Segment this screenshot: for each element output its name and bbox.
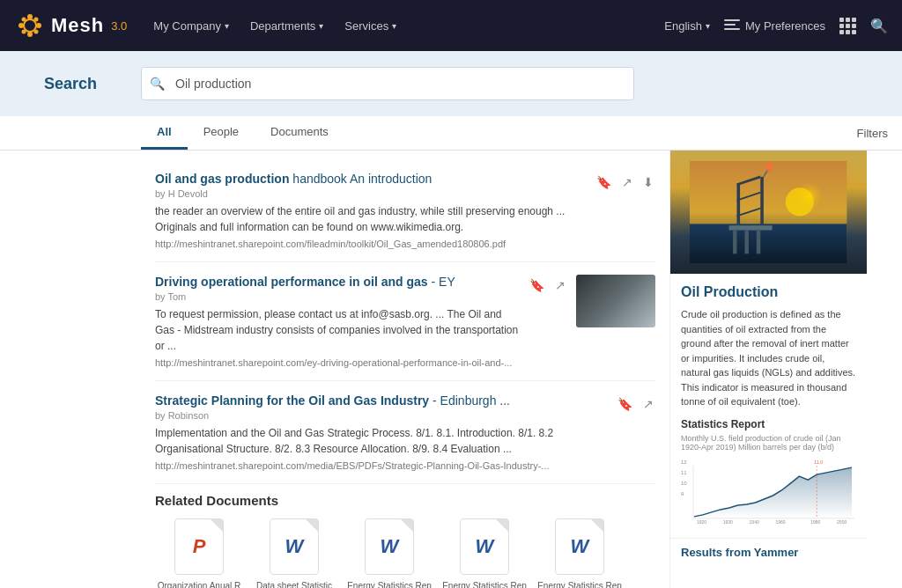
- svg-text:1960: 1960: [775, 519, 785, 524]
- document-icon: W: [270, 518, 319, 575]
- chart-area: 12 11 10 9 1920 1930 1940 1960 1980 2000: [681, 457, 856, 527]
- svg-point-23: [766, 163, 773, 173]
- logo[interactable]: Mesh 3.0: [14, 10, 127, 41]
- svg-rect-20: [745, 231, 749, 254]
- navbar-right: English ▾ My Preferences 🔍: [664, 18, 888, 34]
- svg-rect-19: [733, 231, 736, 254]
- filters-button[interactable]: Filters: [843, 118, 902, 149]
- nav-departments[interactable]: Departments ▾: [241, 14, 332, 38]
- yammer-section: Results from Yammer: [670, 538, 867, 566]
- result-author: by Robinson: [155, 410, 607, 421]
- svg-text:1930: 1930: [723, 519, 733, 524]
- document-name: Energy Statistics Report 2019.docx: [536, 580, 624, 588]
- grid-icon[interactable]: [839, 18, 856, 34]
- svg-text:12: 12: [681, 459, 687, 465]
- search-icon[interactable]: 🔍: [870, 18, 888, 34]
- left-spacer: [0, 151, 141, 588]
- document-name: Organization Anual Report...pptx: [155, 580, 243, 588]
- document-icon: W: [555, 518, 604, 575]
- logo-version: 3.0: [111, 19, 127, 33]
- navbar: Mesh 3.0 My Company ▾ Departments ▾ Serv…: [0, 0, 902, 51]
- result-actions: 🔖 ↗: [616, 393, 655, 413]
- search-input-wrap: 🔍: [141, 67, 634, 100]
- document-name: Data sheet Statistics....docx: [250, 580, 338, 588]
- oil-rig-svg: [690, 157, 847, 268]
- chevron-down-icon: ▾: [706, 21, 710, 31]
- logo-icon: [14, 10, 46, 41]
- chevron-down-icon: ▾: [225, 21, 229, 31]
- related-docs-list: P Organization Anual Report...pptx W Dat…: [155, 518, 655, 588]
- right-panel-title: Oil Production: [681, 284, 856, 300]
- svg-point-1: [27, 14, 33, 19]
- svg-point-2: [27, 32, 33, 37]
- right-panel: Oil Production Crude oil production is d…: [669, 151, 867, 588]
- search-section: Search 🔍: [0, 51, 902, 116]
- result-description: To request permission, please contact us…: [155, 306, 519, 354]
- result-title: Oil and gas production handbook An intro…: [155, 172, 586, 186]
- svg-rect-18: [729, 225, 773, 230]
- list-item[interactable]: W Energy Statistics Report 2019.docx: [345, 518, 433, 588]
- share-icon[interactable]: ↗: [553, 276, 567, 294]
- tab-documents[interactable]: Documents: [255, 116, 344, 150]
- nav-my-company[interactable]: My Company ▾: [144, 14, 238, 38]
- search-input-icon: 🔍: [150, 77, 165, 91]
- svg-point-5: [22, 18, 26, 22]
- table-row: Oil and gas production handbook An intro…: [155, 159, 655, 262]
- chevron-down-icon: ▾: [319, 21, 323, 31]
- right-panel-content: Oil Production Crude oil production is d…: [670, 274, 867, 538]
- result-link[interactable]: Strategic Planning for the Oil and Gas I…: [155, 393, 510, 408]
- result-actions: 🔖 ↗ ⬇: [595, 172, 655, 191]
- stats-subtitle: Monthly U.S. field production of crude o…: [681, 434, 856, 452]
- svg-point-6: [34, 18, 39, 22]
- result-content: Driving operational performance in oil a…: [155, 275, 519, 368]
- tabs-row: All People Documents Filters: [0, 116, 902, 151]
- chevron-down-icon: ▾: [392, 21, 396, 31]
- result-content: Oil and gas production handbook An intro…: [155, 172, 586, 249]
- svg-rect-21: [757, 231, 760, 254]
- svg-marker-34: [694, 467, 852, 518]
- result-link[interactable]: Oil and gas production handbook An intro…: [155, 172, 432, 186]
- document-icon: P: [174, 518, 224, 575]
- language-button[interactable]: English ▾: [664, 19, 710, 33]
- nav-links: My Company ▾ Departments ▾ Services ▾: [144, 14, 647, 38]
- stats-title: Statistics Report: [681, 418, 856, 430]
- list-item[interactable]: W Energy Statistics Report 2019.docx: [440, 518, 529, 588]
- result-url: http://meshintranet.sharepoint.com/filea…: [155, 239, 578, 249]
- preferences-icon: [724, 19, 740, 32]
- result-author: by Tom: [155, 291, 519, 302]
- logo-text: Mesh: [51, 14, 104, 37]
- svg-rect-14: [761, 177, 765, 228]
- tab-all[interactable]: All: [141, 116, 188, 150]
- result-title: Strategic Planning for the Oil and Gas I…: [155, 393, 607, 408]
- list-item[interactable]: W Data sheet Statistics....docx: [250, 518, 338, 588]
- svg-text:11.0: 11.0: [814, 460, 823, 465]
- share-icon[interactable]: ↗: [641, 395, 655, 413]
- right-panel-image: [670, 151, 867, 274]
- nav-services[interactable]: Services ▾: [336, 14, 405, 38]
- result-url: http://meshintranet.sharepoint.com/ey-dr…: [155, 357, 519, 368]
- result-link[interactable]: Driving operational performance in oil a…: [155, 275, 455, 289]
- search-label: Search: [0, 75, 141, 93]
- svg-rect-13: [737, 185, 741, 228]
- result-description: the reader an overview of the entire oil…: [155, 203, 586, 235]
- svg-point-7: [22, 30, 26, 34]
- preferences-button[interactable]: My Preferences: [724, 19, 825, 33]
- result-description: Implementation and the Oil and Gas Strat…: [155, 425, 607, 457]
- search-input[interactable]: [141, 67, 634, 100]
- tab-people[interactable]: People: [188, 116, 255, 150]
- results-column: Oil and gas production handbook An intro…: [141, 151, 669, 588]
- svg-text:10: 10: [681, 481, 687, 486]
- svg-text:2000: 2000: [837, 519, 847, 524]
- download-icon[interactable]: ⬇: [641, 173, 655, 191]
- list-item[interactable]: W Energy Statistics Report 2019.docx: [536, 518, 624, 588]
- bookmark-icon[interactable]: 🔖: [616, 395, 634, 413]
- share-icon[interactable]: ↗: [620, 173, 634, 191]
- bookmark-icon[interactable]: 🔖: [595, 173, 613, 191]
- svg-point-3: [18, 23, 24, 28]
- list-item[interactable]: P Organization Anual Report...pptx: [155, 518, 243, 588]
- bookmark-icon[interactable]: 🔖: [528, 276, 546, 294]
- document-icon: W: [365, 518, 414, 575]
- related-documents-title: Related Documents: [155, 493, 655, 508]
- svg-point-11: [786, 187, 814, 216]
- svg-text:1920: 1920: [697, 519, 706, 524]
